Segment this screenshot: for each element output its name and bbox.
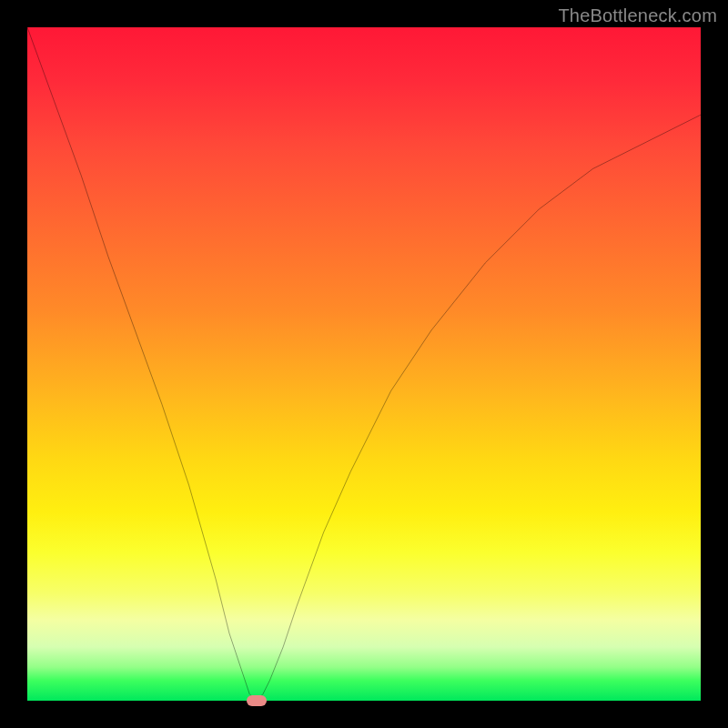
optimum-marker xyxy=(247,695,267,706)
plot-area xyxy=(27,27,701,701)
chart-frame: TheBottleneck.com xyxy=(0,0,728,728)
watermark-text: TheBottleneck.com xyxy=(558,5,717,26)
curve-svg xyxy=(27,27,701,701)
bottleneck-curve xyxy=(27,27,701,701)
